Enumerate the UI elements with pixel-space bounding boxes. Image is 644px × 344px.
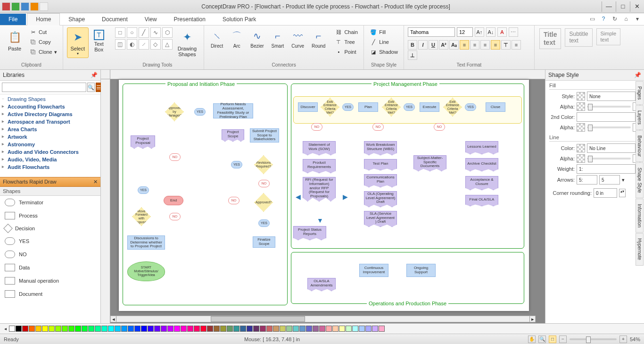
- shape-sow[interactable]: Statement of Work (SOW): [303, 141, 336, 155]
- subscript-button[interactable]: A₂: [449, 40, 459, 50]
- minimize-button[interactable]: —: [602, 1, 616, 12]
- color-swatch[interactable]: [306, 326, 312, 332]
- shape-scope[interactable]: Project Scope: [222, 129, 244, 142]
- color-swatch[interactable]: [134, 326, 140, 332]
- font-color[interactable]: A: [497, 27, 507, 37]
- tab-home[interactable]: Home: [27, 13, 60, 25]
- color-swatch[interactable]: [88, 326, 94, 332]
- qa-btn-1[interactable]: [2, 2, 10, 11]
- shape-palette-item[interactable]: YES: [0, 235, 100, 248]
- color-swatch[interactable]: [207, 326, 213, 332]
- shape-palette-item[interactable]: Decision: [0, 222, 100, 235]
- shape-acceptance[interactable]: Acceptance & Closure: [465, 176, 498, 190]
- colorbar-toggle[interactable]: ◂: [2, 326, 8, 332]
- connector-round[interactable]: ⌐Round: [309, 27, 328, 50]
- color-swatch[interactable]: [42, 326, 48, 332]
- arrow-start[interactable]: 5:: [577, 175, 597, 185]
- color-swatch[interactable]: [35, 326, 41, 332]
- shape-discussions[interactable]: Discussions to Determine whether to Prop…: [127, 235, 165, 250]
- shape-rfi[interactable]: RFI (Request for Information) and/or RFP…: [303, 177, 336, 201]
- color-swatch[interactable]: [339, 326, 345, 332]
- shape-palette-item[interactable]: Data: [0, 261, 100, 274]
- color-swatch[interactable]: [167, 326, 173, 332]
- arrow-end[interactable]: 5: [599, 175, 620, 185]
- vtab-information[interactable]: Information: [636, 199, 644, 233]
- color-swatch[interactable]: [115, 326, 121, 332]
- paste-button[interactable]: 📋 Paste: [4, 27, 25, 54]
- shape-palette-item[interactable]: Terminator: [0, 196, 100, 209]
- shape-no-app[interactable]: NO: [228, 197, 239, 204]
- library-item[interactable]: Audio and Video Connectors: [0, 148, 100, 156]
- library-item[interactable]: Audit Flowcharts: [0, 163, 100, 171]
- shape-testplan[interactable]: Test Plan: [364, 159, 397, 170]
- shape-proposal[interactable]: Project Proposal: [131, 135, 155, 149]
- connector-arc[interactable]: ⌒Arc: [228, 27, 246, 50]
- color-swatch[interactable]: [55, 326, 61, 332]
- connector-direct[interactable]: ⟍Direct: [208, 27, 226, 50]
- shape-close[interactable]: Close: [486, 102, 505, 112]
- shape-finalola[interactable]: Final OLA/SLA: [465, 195, 498, 206]
- ruler-horizontal[interactable]: [110, 70, 545, 79]
- shape-yes3[interactable]: YES: [465, 103, 476, 111]
- preset-simple[interactable]: Simple text: [596, 28, 621, 45]
- chain-button[interactable]: ⛓Chain: [333, 27, 360, 37]
- tool-5[interactable]: ⬡: [162, 27, 173, 38]
- color-swatch[interactable]: [154, 326, 160, 332]
- status-hand[interactable]: ✋: [528, 336, 536, 343]
- style-swatch[interactable]: [577, 92, 585, 101]
- vtab-layers[interactable]: Layers: [636, 105, 644, 130]
- shape-continuous[interactable]: Continuous Improvement: [359, 264, 388, 277]
- color-swatch[interactable]: [273, 326, 279, 332]
- color-swatch[interactable]: [121, 326, 127, 332]
- vtab-behaviour[interactable]: Behaviour: [636, 130, 644, 162]
- color-swatch[interactable]: [379, 326, 385, 332]
- qa-btn-2[interactable]: [11, 2, 20, 11]
- color-swatch[interactable]: [49, 326, 55, 332]
- color-swatch[interactable]: [128, 326, 134, 332]
- color-swatch[interactable]: [227, 326, 233, 332]
- color-swatch[interactable]: [95, 326, 101, 332]
- home-icon[interactable]: ⌂: [622, 15, 630, 23]
- cut-button[interactable]: ✂Cut: [27, 27, 59, 37]
- shape-archive[interactable]: Archive Checklist: [465, 158, 498, 171]
- line-button[interactable]: ╱Line: [368, 37, 400, 47]
- shape-no3[interactable]: NO: [434, 123, 445, 131]
- shape-commplan[interactable]: Communications Plan: [364, 174, 397, 187]
- shape-ongoing[interactable]: Ongoing Support: [406, 264, 436, 277]
- connector-bezier[interactable]: ∿Bezier: [248, 27, 266, 50]
- shape-plan[interactable]: Plan: [358, 102, 378, 112]
- shape-sme[interactable]: Subject-Matter- Specific Documents: [413, 155, 446, 171]
- library-item[interactable]: Audio, Video, Media: [0, 156, 100, 163]
- library-list[interactable]: Drawing ShapesAccounting FlowchartsActiv…: [0, 94, 100, 177]
- superscript-button[interactable]: A²: [439, 40, 448, 50]
- font-name-combo[interactable]: [408, 27, 455, 37]
- color-swatch[interactable]: [9, 326, 15, 332]
- shape-no1[interactable]: NO: [311, 123, 322, 131]
- color-swatch[interactable]: [68, 326, 74, 332]
- help-icon[interactable]: ?: [600, 15, 607, 23]
- window-icon[interactable]: ▭: [588, 15, 596, 23]
- shape-lessons[interactable]: Lessons Learned: [465, 141, 498, 154]
- drawing-page[interactable]: Proposal and Initiation Phase Project Ma…: [119, 80, 529, 311]
- color-swatch[interactable]: [22, 326, 28, 332]
- font-size-combo[interactable]: [457, 27, 473, 37]
- file-tab[interactable]: File: [0, 14, 26, 25]
- color-swatch[interactable]: [313, 326, 319, 332]
- color-swatch[interactable]: [266, 326, 272, 332]
- color-swatch[interactable]: [75, 326, 81, 332]
- tool-3[interactable]: ╱: [139, 27, 149, 38]
- preset-subtitle[interactable]: Subtitle text: [565, 28, 592, 47]
- shape-yes-rev[interactable]: YES: [231, 161, 242, 168]
- italic-button[interactable]: I: [418, 40, 428, 50]
- pin-icon-right[interactable]: 📌: [634, 72, 641, 78]
- color-swatch[interactable]: [181, 326, 187, 332]
- shape-palette-item[interactable]: Process: [0, 209, 100, 222]
- color-swatch[interactable]: [108, 326, 114, 332]
- tool-2[interactable]: ○: [127, 27, 137, 38]
- weight-select[interactable]: 1:: [577, 164, 636, 174]
- tree-button[interactable]: ⊤Tree: [333, 37, 360, 47]
- shape-end[interactable]: End: [164, 196, 183, 205]
- shape-execute[interactable]: Execute: [420, 102, 439, 112]
- alpha-slider[interactable]: [587, 106, 631, 108]
- shapes-subheader[interactable]: Shapes: [0, 187, 100, 196]
